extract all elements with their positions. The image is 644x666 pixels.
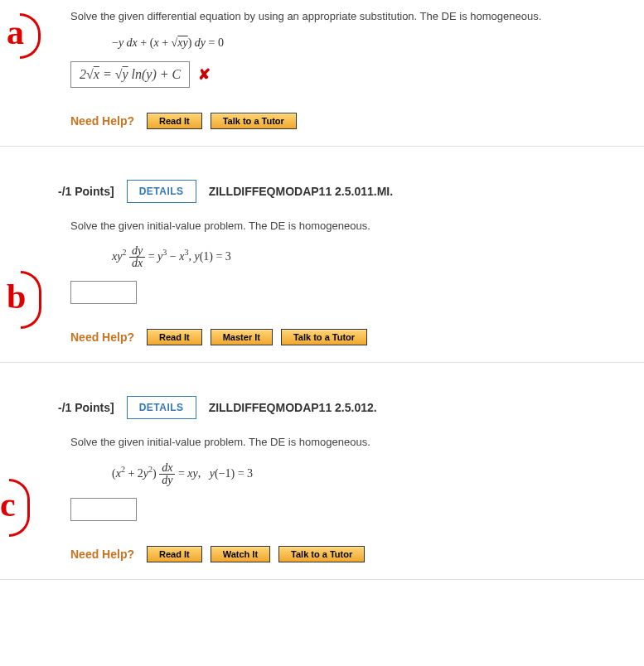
handwriting-a: a [7, 12, 41, 59]
details-button[interactable]: DETAILS [127, 180, 196, 203]
read-it-button[interactable]: Read It [147, 329, 202, 345]
talk-tutor-button[interactable]: Talk to a Tutor [278, 546, 365, 562]
instruction-text: Solve the given initial-value problem. T… [70, 434, 644, 451]
instruction-text: Solve the given differential equation by… [70, 8, 644, 25]
topic-label: ZILLDIFFEQMODAP11 2.5.012. [209, 401, 377, 414]
points-label: -/1 Points] [58, 185, 114, 198]
help-row: Need Help? Read It Master It Talk to a T… [70, 329, 644, 345]
answer-input[interactable] [70, 498, 137, 521]
answer-input[interactable] [70, 281, 137, 304]
answer-row [70, 498, 644, 521]
read-it-button[interactable]: Read It [147, 546, 202, 562]
help-row: Need Help? Read It Watch It Talk to a Tu… [70, 546, 644, 562]
watch-it-button[interactable]: Watch It [211, 546, 270, 562]
master-it-button[interactable]: Master It [211, 329, 273, 345]
details-button[interactable]: DETAILS [127, 396, 196, 419]
equation: xy2 dydx = y3 − x3, y(1) = 3 [112, 245, 644, 269]
instruction-text: Solve the given initial-value problem. T… [70, 218, 644, 234]
answer-input[interactable]: 2√x = √y ln(y) + C [70, 61, 190, 88]
talk-tutor-button[interactable]: Talk to a Tutor [211, 113, 297, 129]
question-2: b -/1 Points] DETAILS ZILLDIFFEQMODAP11 … [0, 171, 644, 364]
help-row: Need Help? Read It Talk to a Tutor [70, 113, 644, 129]
question-header: -/1 Points] DETAILS ZILLDIFFEQMODAP11 2.… [58, 396, 644, 419]
question-1: a Solve the given differential equation … [0, 0, 644, 147]
incorrect-icon: ✘ [198, 65, 211, 84]
points-label: -/1 Points] [58, 401, 114, 414]
question-header: -/1 Points] DETAILS ZILLDIFFEQMODAP11 2.… [58, 180, 644, 203]
need-help-label: Need Help? [70, 114, 134, 128]
question-3: c -/1 Points] DETAILS ZILLDIFFEQMODAP11 … [0, 388, 644, 580]
need-help-label: Need Help? [70, 331, 134, 344]
handwriting-c: c [0, 479, 30, 537]
equation: −y dx + (x + √xy) dy = 0 [112, 36, 644, 50]
handwriting-b: b [7, 271, 41, 329]
answer-row [70, 281, 644, 304]
topic-label: ZILLDIFFEQMODAP11 2.5.011.MI. [209, 185, 394, 198]
need-help-label: Need Help? [70, 548, 134, 561]
equation: (x2 + 2y2) dxdy = xy, y(−1) = 3 [112, 462, 644, 486]
talk-tutor-button[interactable]: Talk to a Tutor [281, 329, 367, 345]
read-it-button[interactable]: Read It [147, 113, 202, 129]
answer-row: 2√x = √y ln(y) + C ✘ [70, 61, 644, 88]
